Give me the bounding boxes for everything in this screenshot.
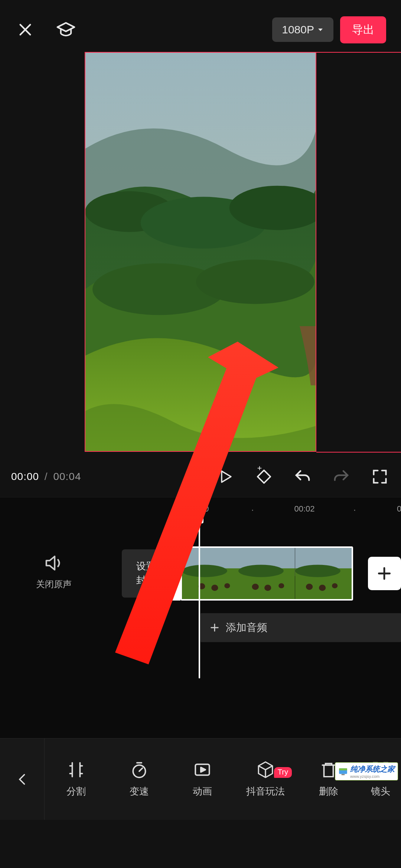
svg-point-8 [182,565,227,577]
selection-border [316,52,401,53]
svg-point-23 [332,583,338,588]
watermark-icon [338,767,348,776]
timeline[interactable]: 00:00 · 00:02 · 0 关闭原声 设置 封面 5.0s [0,497,401,738]
fullscreen-button[interactable] [370,467,390,487]
add-clip-button[interactable] [368,557,401,590]
svg-point-14 [238,565,284,577]
svg-point-17 [278,583,284,588]
plus-icon [376,565,392,582]
tool-animation[interactable]: 动画 [171,760,234,798]
play-button[interactable] [215,467,235,487]
ruler-dot: · [353,504,356,516]
mute-label: 关闭原声 [0,578,108,590]
svg-point-10 [211,585,218,591]
ruler-tick: 00:02 [294,504,314,514]
time-separator: / [42,471,50,482]
close-button[interactable] [15,20,35,40]
svg-point-20 [295,565,340,577]
speed-icon [130,760,149,779]
tool-label: 动画 [193,785,212,798]
plus-icon [209,622,220,633]
tool-douyin[interactable]: Try 抖音玩法 [234,760,297,798]
tool-label: 分割 [66,785,86,798]
tool-split[interactable]: 分割 [45,760,108,798]
tutorial-icon[interactable] [56,20,76,40]
svg-point-21 [306,584,313,590]
svg-point-22 [319,585,326,591]
svg-point-15 [252,584,259,590]
redo-button[interactable] [331,467,351,487]
watermark-url: www.yzsjsy.com [350,774,395,779]
ruler-tick: 0 [397,504,401,514]
selection-border [316,452,401,453]
svg-point-11 [224,583,230,588]
watermark-title: 纯净系统之家 [350,764,395,774]
resolution-label: 1080P [282,23,314,36]
split-icon [67,760,85,779]
resolution-button[interactable]: 1080P [272,17,333,42]
svg-point-5 [196,260,314,304]
chevron-left-icon [16,770,29,789]
video-preview[interactable] [85,52,316,452]
tool-speed[interactable]: 变速 [108,760,171,798]
add-audio-track[interactable]: 添加音频 [200,613,401,642]
export-label: 导出 [352,23,374,36]
timecode: 00:00 / 00:04 [11,471,81,483]
mute-original-sound[interactable]: 关闭原声 [0,553,108,590]
export-button[interactable]: 导出 [340,16,386,43]
svg-point-16 [264,585,271,591]
clip-handle-left[interactable] [171,546,180,601]
svg-rect-29 [342,774,345,775]
animation-icon [193,760,212,779]
chevron-down-icon [317,26,324,33]
video-clip[interactable]: 5.0s [180,546,353,601]
playhead[interactable] [199,519,200,678]
current-time: 00:00 [11,471,39,482]
clip-handle-right[interactable] [352,548,353,599]
preview-area [0,52,401,456]
tool-label: 抖音玩法 [246,785,285,798]
back-button[interactable] [0,739,45,820]
tool-label: 镜头 [371,785,390,798]
speaker-icon [44,553,64,573]
undo-button[interactable] [293,467,313,487]
set-cover-button[interactable]: 设置 封面 [122,549,170,598]
ruler-dot: · [251,504,254,516]
keyframe-button[interactable] [254,467,274,487]
watermark: 纯净系统之家 www.yzsjsy.com [335,762,398,780]
svg-rect-28 [339,768,347,770]
total-time: 00:04 [53,471,81,482]
ruler-tick: 00:00 [188,504,209,514]
add-audio-label: 添加音频 [226,621,267,635]
cube-icon [256,760,275,779]
cover-label-line2: 封面 [136,573,156,588]
tool-label: 变速 [130,785,149,798]
try-badge: Try [274,767,292,778]
tool-label: 删除 [319,785,338,798]
cover-label-line1: 设置 [136,559,156,573]
